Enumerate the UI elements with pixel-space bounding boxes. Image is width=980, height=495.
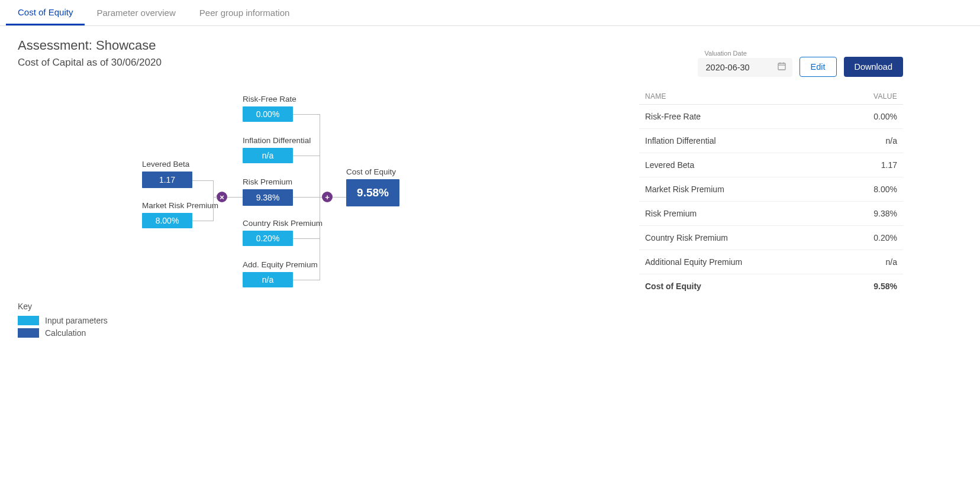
table-row: Levered Beta1.17 — [639, 153, 903, 177]
valuation-date-group: Valuation Date — [698, 50, 792, 77]
node-value: n/a — [243, 148, 293, 163]
node-label: Risk-Free Rate — [243, 95, 296, 103]
node-value: n/a — [243, 272, 293, 287]
node-label: Add. Equity Premium — [243, 260, 318, 269]
node-label: Cost of Equity — [346, 167, 399, 176]
table-row: Risk-Free Rate0.00% — [639, 105, 903, 129]
connector — [293, 238, 320, 239]
connector — [320, 114, 320, 280]
connector — [192, 221, 213, 221]
tab-bar: Cost of Equity Parameter overview Peer g… — [0, 0, 980, 26]
page-header: Assessment: Showcase Cost of Capital as … — [0, 26, 980, 83]
col-value: VALUE — [838, 89, 903, 105]
legend-calc-label: Calculation — [45, 328, 86, 338]
node-value: 9.58% — [346, 179, 399, 206]
legend: Key Input parameters Calculation — [18, 302, 108, 341]
download-button[interactable]: Download — [844, 57, 904, 77]
node-inflation-differential: Inflation Differential n/a — [243, 136, 311, 163]
node-add-equity-premium: Add. Equity Premium n/a — [243, 260, 318, 287]
connector — [293, 114, 320, 115]
cost-of-equity-diagram: Levered Beta 1.17 Market Risk Premium 8.… — [18, 89, 621, 343]
node-label: Country Risk Premium — [243, 219, 323, 228]
node-value: 1.17 — [142, 172, 192, 188]
page-title: Assessment: Showcase — [18, 38, 162, 53]
connector — [333, 197, 346, 198]
page-subtitle: Cost of Capital as of 30/06/2020 — [18, 57, 162, 69]
table-row: Inflation Differentialn/a — [639, 129, 903, 153]
node-country-risk-premium: Country Risk Premium 0.20% — [243, 219, 323, 246]
connector — [192, 180, 213, 181]
node-risk-premium: Risk Premium 9.38% — [243, 177, 293, 206]
node-market-risk-premium: Market Risk Premium 8.00% — [142, 201, 218, 228]
node-value: 0.20% — [243, 231, 293, 246]
node-label: Levered Beta — [142, 160, 192, 169]
svg-rect-0 — [778, 63, 785, 70]
connector — [293, 280, 320, 280]
legend-swatch-input — [18, 316, 39, 325]
parameters-table: NAME VALUE Risk-Free Rate0.00% Inflation… — [639, 89, 903, 298]
parameters-table-area: NAME VALUE Risk-Free Rate0.00% Inflation… — [639, 89, 962, 343]
table-row-total: Cost of Equity9.58% — [639, 274, 903, 299]
edit-button[interactable]: Edit — [800, 57, 837, 77]
tab-peer-group[interactable]: Peer group information — [188, 0, 302, 25]
table-row: Market Risk Premium8.00% — [639, 177, 903, 202]
col-name: NAME — [639, 89, 838, 105]
legend-swatch-calc — [18, 328, 39, 338]
calendar-icon[interactable] — [777, 62, 786, 73]
tab-cost-of-equity[interactable]: Cost of Equity — [6, 0, 85, 25]
connector — [213, 180, 214, 221]
node-cost-of-equity: Cost of Equity 9.58% — [346, 167, 399, 206]
connector — [293, 156, 320, 156]
connector — [227, 197, 243, 198]
connector — [293, 197, 322, 198]
table-row: Country Risk Premium0.20% — [639, 226, 903, 250]
node-risk-free-rate: Risk-Free Rate 0.00% — [243, 95, 296, 122]
node-label: Inflation Differential — [243, 136, 311, 145]
table-row: Risk Premium9.38% — [639, 202, 903, 226]
node-value: 9.38% — [243, 189, 293, 206]
table-row: Additional Equity Premiumn/a — [639, 250, 903, 274]
legend-input-label: Input parameters — [45, 316, 108, 325]
node-value: 0.00% — [243, 106, 293, 122]
legend-title: Key — [18, 302, 108, 311]
plus-icon: + — [322, 192, 333, 202]
node-label: Market Risk Premium — [142, 201, 218, 210]
node-levered-beta: Levered Beta 1.17 — [142, 160, 192, 188]
valuation-date-label: Valuation Date — [698, 50, 792, 57]
tab-parameter-overview[interactable]: Parameter overview — [85, 0, 187, 25]
node-value: 8.00% — [142, 213, 192, 228]
connector — [213, 197, 217, 198]
multiply-icon: × — [217, 192, 227, 202]
node-label: Risk Premium — [243, 177, 293, 186]
